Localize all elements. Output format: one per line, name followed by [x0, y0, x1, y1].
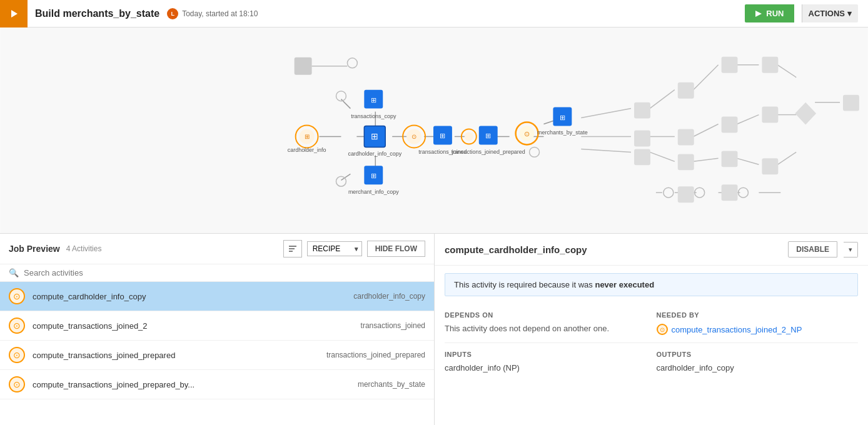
svg-text:⊙: ⊙ — [411, 133, 416, 140]
job-preview-header: Job Preview 4 Activities RECIPE DATASET … — [0, 234, 434, 264]
list-item[interactable]: ⊙ compute_transactions_joined_prepared_b… — [0, 370, 434, 399]
svg-rect-72 — [634, 149, 650, 165]
svg-text:transactions_copy: transactions_copy — [351, 113, 396, 119]
list-item[interactable]: ⊙ compute_transactions_joined_2 transact… — [0, 311, 434, 341]
svg-rect-75 — [678, 154, 694, 170]
sort-button[interactable] — [283, 240, 302, 258]
svg-marker-0 — [11, 10, 18, 18]
outputs-title: OUTPUTS — [657, 351, 859, 358]
hide-flow-button[interactable]: HIDE FLOW — [367, 241, 425, 257]
recipe-filter-wrapper: RECIPE DATASET ALL ▾ — [307, 241, 362, 256]
svg-rect-73 — [678, 82, 694, 99]
job-preview-panel: Job Preview 4 Activities RECIPE DATASET … — [0, 234, 435, 425]
page-title: Build merchants_by_state — [35, 8, 159, 19]
svg-text:⊞: ⊞ — [440, 132, 445, 139]
needed-by-link-text: compute_transactions_joined_2_NP — [672, 325, 802, 334]
svg-rect-67 — [295, 58, 312, 75]
detail-title: compute_cardholder_info_copy — [445, 244, 782, 255]
svg-rect-87 — [722, 184, 738, 201]
activity-dataset: merchants_by_state — [358, 380, 425, 389]
chevron-down-icon: ▾ — [847, 9, 852, 18]
recipe-filter-select[interactable]: RECIPE DATASET ALL — [307, 241, 362, 256]
inputs-section: INPUTS cardholder_info (NP) — [445, 351, 647, 372]
svg-rect-78 — [722, 151, 738, 167]
outputs-value: cardholder_info_copy — [657, 363, 859, 372]
activity-dataset: transactions_joined — [361, 321, 425, 330]
outputs-section: OUTPUTS cardholder_info_copy — [657, 351, 859, 372]
info-text: This activity is required because it was — [454, 280, 595, 289]
search-icon: 🔍 — [9, 268, 19, 278]
svg-text:⊞: ⊞ — [485, 132, 491, 139]
preview-controls: RECIPE DATASET ALL ▾ HIDE FLOW — [283, 240, 425, 258]
svg-rect-80 — [762, 107, 778, 123]
needed-by-link[interactable]: ⊙ compute_transactions_joined_2_NP — [657, 324, 859, 335]
status-text: Today, started at 18:10 — [182, 9, 258, 18]
job-preview-title: Job Preview — [9, 244, 60, 254]
search-input[interactable] — [24, 268, 425, 278]
activity-dataset: cardholder_info_copy — [353, 292, 425, 301]
svg-text:⊙: ⊙ — [524, 130, 530, 138]
activity-list: ⊙ compute_cardholder_info_copy cardholde… — [0, 282, 434, 425]
status-icon: L — [167, 8, 178, 19]
needed-by-title: NEEDED BY — [657, 311, 859, 319]
topbar: Build merchants_by_state L Today, starte… — [0, 0, 868, 28]
detail-header: compute_cardholder_info_copy DISABLE ▾ — [435, 234, 868, 266]
svg-text:⊞: ⊞ — [371, 131, 378, 141]
status-info: L Today, started at 18:10 — [167, 8, 258, 19]
activity-name: compute_cardholder_info_copy — [33, 292, 346, 301]
svg-text:merchant_info_copy: merchant_info_copy — [348, 189, 399, 195]
svg-rect-77 — [722, 117, 738, 133]
svg-rect-79 — [762, 57, 778, 73]
activity-dataset: transactions_joined_prepared — [326, 351, 425, 359]
needed-by-icon: ⊙ — [657, 324, 668, 335]
activity-name: compute_transactions_joined_2 — [33, 321, 353, 331]
svg-rect-74 — [678, 129, 694, 146]
list-item[interactable]: ⊙ compute_transactions_joined_prepared t… — [0, 341, 434, 370]
svg-text:transactions_joined_prepared: transactions_joined_prepared — [452, 149, 525, 155]
svg-text:⊞: ⊞ — [371, 96, 376, 104]
depends-on-title: DEPENDS ON — [445, 311, 647, 319]
run-button[interactable]: RUN — [745, 4, 794, 22]
chevron-down-icon: ▾ — [849, 246, 852, 253]
svg-rect-71 — [634, 131, 650, 147]
detail-panel: compute_cardholder_info_copy DISABLE ▾ T… — [435, 234, 868, 425]
activity-count: 4 Activities — [66, 244, 102, 253]
svg-rect-86 — [678, 186, 694, 202]
activity-status-icon: ⊙ — [9, 376, 25, 392]
flow-canvas: ⊞ cardholder_info ⊞ cardholder_info_copy… — [0, 28, 868, 234]
activity-status-icon: ⊙ — [9, 288, 25, 304]
depends-on-value: This activity does not depend on another… — [445, 324, 647, 333]
activity-status-icon: ⊙ — [9, 318, 25, 334]
sort-icon — [288, 244, 297, 253]
svg-text:cardholder_info: cardholder_info — [288, 147, 326, 153]
dependency-grid: DEPENDS ON This activity does not depend… — [435, 304, 868, 342]
svg-text:cardholder_info_copy: cardholder_info_copy — [348, 151, 401, 157]
inputs-value: cardholder_info (NP) — [445, 363, 647, 372]
info-emphasis: never executed — [595, 280, 654, 289]
flow-diagram: ⊞ cardholder_info ⊞ cardholder_info_copy… — [0, 28, 868, 233]
disable-button[interactable]: DISABLE — [788, 241, 837, 258]
list-item[interactable]: ⊙ compute_cardholder_info_copy cardholde… — [0, 282, 434, 311]
depends-on-section: DEPENDS ON This activity does not depend… — [445, 311, 647, 335]
svg-rect-70 — [634, 102, 650, 119]
svg-marker-1 — [755, 11, 762, 17]
bottom-section: Job Preview 4 Activities RECIPE DATASET … — [0, 234, 868, 425]
svg-text:⊞: ⊞ — [305, 133, 310, 140]
svg-text:merchants_by_state: merchants_by_state — [537, 129, 588, 136]
disable-dropdown-button[interactable]: ▾ — [844, 242, 858, 258]
activity-name: compute_transactions_joined_prepared — [33, 351, 319, 360]
inputs-title: INPUTS — [445, 351, 647, 358]
activity-status-icon: ⊙ — [9, 347, 25, 363]
play-button[interactable] — [0, 0, 28, 28]
svg-text:⊞: ⊞ — [560, 114, 565, 121]
activity-name: compute_transactions_joined_prepared_by.… — [33, 380, 350, 389]
actions-button[interactable]: ACTIONS ▾ — [802, 4, 859, 22]
svg-text:⊞: ⊞ — [371, 172, 376, 179]
info-banner: This activity is required because it was… — [445, 273, 858, 296]
search-bar: 🔍 — [0, 264, 434, 282]
svg-rect-83 — [843, 95, 859, 111]
needed-by-section: NEEDED BY ⊙ compute_transactions_joined_… — [657, 311, 859, 335]
svg-rect-81 — [762, 158, 778, 174]
svg-point-52 — [465, 132, 473, 141]
io-grid: INPUTS cardholder_info (NP) OUTPUTS card… — [435, 343, 868, 380]
